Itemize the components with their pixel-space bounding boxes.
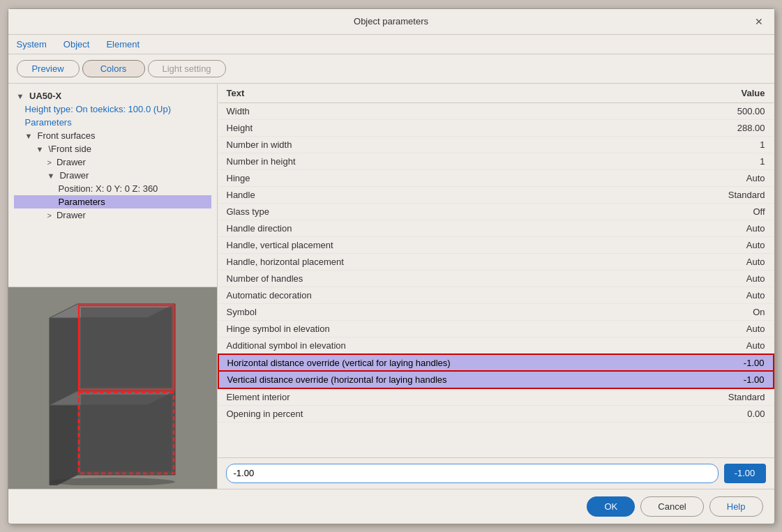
row-value-hinge-symbol: Auto [672, 320, 774, 337]
row-value-element-interior: Standard [672, 388, 774, 406]
row-value-number-in-width: 1 [672, 136, 774, 153]
dialog: Object parameters ✕ System Object Elemen… [8, 8, 775, 524]
table-row[interactable]: Automatic decorationAuto [218, 287, 774, 303]
row-text-glass-type: Glass type [218, 203, 672, 220]
arrow-ua50x: ▼ [17, 92, 24, 100]
menu-system[interactable]: System [14, 38, 50, 51]
preview-area [8, 287, 217, 489]
tree-item-front-side[interactable]: ▼ \Front side [14, 142, 211, 155]
cabinet-svg [43, 297, 182, 485]
tree-label-parameters2: Parameters [59, 197, 105, 207]
value-display: -1.00 [724, 464, 766, 483]
table-row[interactable]: Opening in percent0.00 [218, 405, 774, 422]
menu-object[interactable]: Object [61, 38, 93, 51]
row-text-vert-distance: Vertical distance override (horizontal f… [218, 371, 672, 388]
row-value-number-handles: Auto [672, 270, 774, 287]
tree-label-front-side: \Front side [48, 144, 91, 154]
row-text-opening-percent: Opening in percent [218, 405, 672, 422]
row-value-number-in-height: 1 [672, 153, 774, 169]
right-panel: Text Value Width500.00Height288.00Number… [218, 84, 774, 489]
arrow-drawer1: > [47, 158, 54, 167]
dialog-title: Object parameters [31, 16, 752, 26]
row-text-handle: Handle [218, 186, 672, 203]
tab-preview[interactable]: Preview [17, 60, 80, 77]
arrow-front-surfaces: ▼ [25, 132, 35, 140]
row-text-horiz-distance: Horizontal distance override (vertical f… [218, 354, 672, 372]
help-button[interactable]: Help [709, 496, 763, 517]
tree-item-parameters2[interactable]: Parameters [14, 195, 211, 208]
tree-item-drawer3[interactable]: > Drawer [14, 208, 211, 222]
tree-label-drawer1: Drawer [57, 157, 86, 167]
table-row[interactable]: Horizontal distance override (vertical f… [218, 354, 774, 372]
table-row[interactable]: Handle, horizontal placementAuto [218, 253, 774, 270]
tree-item-height-type[interactable]: Height type: On toekicks: 100.0 (Up) [14, 102, 211, 116]
row-value-glass-type: Off [672, 203, 774, 220]
row-text-handle-horizontal: Handle, horizontal placement [218, 253, 672, 270]
row-value-height: 288.00 [672, 119, 774, 136]
col-header-value: Value [672, 84, 774, 103]
table-row[interactable]: Additional symbol in elevationAuto [218, 337, 774, 354]
row-text-handle-direction: Handle direction [218, 220, 672, 236]
table-row[interactable]: Number of handlesAuto [218, 270, 774, 287]
row-value-handle-horizontal: Auto [672, 253, 774, 270]
bottom-input-bar: -1.00 [218, 457, 774, 489]
table-row[interactable]: Hinge symbol in elevationAuto [218, 320, 774, 337]
table-row[interactable]: HandleStandard [218, 186, 774, 203]
tree-label-drawer2: Drawer [59, 170, 89, 181]
row-text-auto-decoration: Automatic decoration [218, 287, 672, 303]
svg-rect-8 [81, 307, 172, 388]
table-row[interactable]: Handle directionAuto [218, 220, 774, 236]
table-row[interactable]: Number in height1 [218, 153, 774, 169]
value-input[interactable] [226, 464, 719, 483]
row-text-height: Height [218, 119, 672, 136]
tree-label-height-type: Height type: On toekicks: 100.0 (Up) [25, 104, 172, 114]
arrow-drawer2: ▼ [47, 172, 57, 180]
row-value-handle-direction: Auto [672, 220, 774, 236]
main-content: ▼ UA50-X Height type: On toekicks: 100.0… [8, 84, 774, 489]
ok-button[interactable]: OK [587, 496, 635, 517]
col-header-text: Text [218, 84, 672, 103]
table-row[interactable]: SymbolOn [218, 303, 774, 320]
left-panel: ▼ UA50-X Height type: On toekicks: 100.0… [8, 84, 218, 489]
tree-item-position[interactable]: Position: X: 0 Y: 0 Z: 360 [14, 182, 211, 195]
row-value-handle-vertical: Auto [672, 236, 774, 253]
table-row[interactable]: HingeAuto [218, 169, 774, 186]
table-row[interactable]: Handle, vertical placementAuto [218, 236, 774, 253]
tree-item-front-surfaces[interactable]: ▼ Front surfaces [14, 129, 211, 142]
row-value-horiz-distance: -1.00 [672, 354, 774, 372]
close-button[interactable]: ✕ [752, 15, 766, 29]
tree-area: ▼ UA50-X Height type: On toekicks: 100.0… [8, 84, 217, 287]
table-row[interactable]: Height288.00 [218, 119, 774, 136]
table-row[interactable]: Width500.00 [218, 102, 774, 119]
tree-label-parameters1: Parameters [25, 117, 72, 128]
menu-bar: System Object Element [8, 35, 774, 54]
row-value-symbol: On [672, 303, 774, 320]
row-text-width: Width [218, 102, 672, 119]
table-row[interactable]: Element interiorStandard [218, 388, 774, 406]
table-row[interactable]: Glass typeOff [218, 203, 774, 220]
tree-label-front-surfaces: Front surfaces [37, 130, 95, 141]
row-value-auto-decoration: Auto [672, 287, 774, 303]
arrow-drawer3: > [47, 211, 54, 220]
menu-element[interactable]: Element [103, 38, 142, 51]
row-text-hinge-symbol: Hinge symbol in elevation [218, 320, 672, 337]
table-row[interactable]: Number in width1 [218, 136, 774, 153]
tree-label-drawer3: Drawer [57, 210, 86, 220]
arrow-front-side: ▼ [36, 145, 46, 153]
cancel-button[interactable]: Cancel [640, 496, 703, 517]
params-table: Text Value Width500.00Height288.00Number… [218, 84, 774, 457]
table-row[interactable]: Vertical distance override (horizontal f… [218, 371, 774, 388]
tab-light-setting: Light setting [148, 60, 226, 77]
row-text-hinge: Hinge [218, 169, 672, 186]
tree-label-position: Position: X: 0 Y: 0 Z: 360 [59, 183, 158, 194]
tree-item-ua50x[interactable]: ▼ UA50-X [14, 89, 211, 102]
tree-item-drawer2[interactable]: ▼ Drawer [14, 169, 211, 182]
row-text-number-in-width: Number in width [218, 136, 672, 153]
row-value-width: 500.00 [672, 102, 774, 119]
row-text-additional-symbol: Additional symbol in elevation [218, 337, 672, 354]
tab-colors[interactable]: Colors [82, 60, 145, 77]
tree-item-drawer1[interactable]: > Drawer [14, 155, 211, 169]
cabinet-preview [43, 297, 182, 478]
row-value-hinge: Auto [672, 169, 774, 186]
tree-item-parameters1[interactable]: Parameters [14, 116, 211, 129]
